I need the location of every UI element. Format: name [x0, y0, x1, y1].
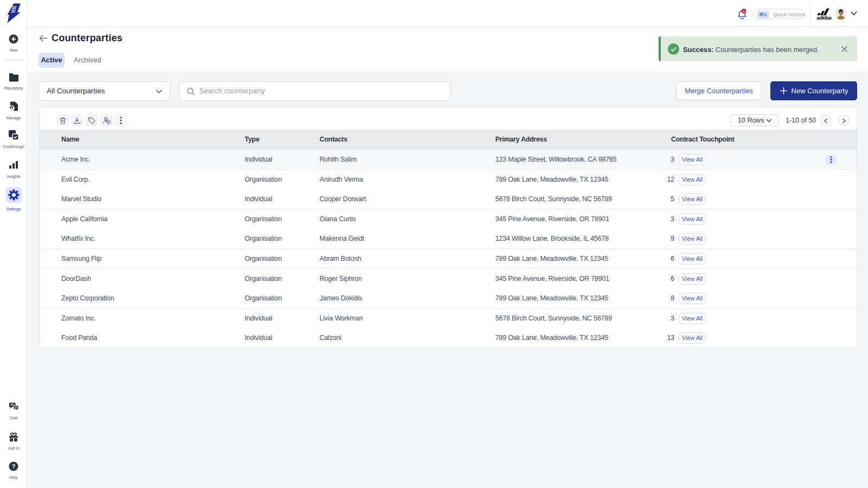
svg-text:adidas: adidas — [816, 15, 832, 20]
svg-text:?: ? — [12, 463, 16, 470]
